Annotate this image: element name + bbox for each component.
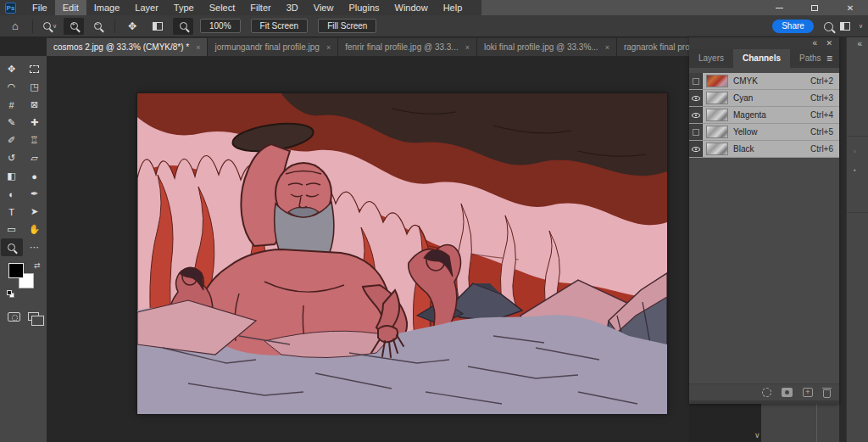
channel-row-cyan[interactable]: Cyan Ctrl+3 [689, 90, 839, 107]
menu-item-window[interactable]: Window [387, 0, 436, 15]
screen-mode-icon[interactable] [28, 312, 39, 321]
tab-close-icon[interactable]: × [196, 43, 200, 52]
menu-item-help[interactable]: Help [436, 0, 470, 15]
visibility-toggle[interactable] [689, 90, 703, 106]
photoshop-app-icon: Ps [5, 3, 16, 14]
chevron-down-icon[interactable]: ∨ [754, 431, 760, 439]
tool-button-blur[interactable]: ● [24, 167, 46, 185]
menu-item-layer[interactable]: Layer [127, 0, 166, 15]
tool-button-hand[interactable]: ✋ [24, 221, 46, 238]
collapse-panel-icon[interactable]: « [812, 38, 817, 48]
fill-screen-button[interactable]: Fill Screen [318, 19, 376, 33]
zoom-all-windows-icon [153, 22, 163, 31]
menu-item-edit[interactable]: Edit [55, 0, 86, 15]
tab-close-icon[interactable]: × [605, 43, 609, 52]
tool-button-dodge[interactable]: ◐ [1, 185, 23, 203]
tool-button-object-selection[interactable]: ◳ [24, 78, 46, 96]
new-channel-icon[interactable]: + [803, 388, 813, 397]
tool-button-edit-toolbar[interactable]: ⋯ [24, 238, 46, 256]
tool-button-frame[interactable]: ⊠ [24, 96, 46, 114]
chevron-down-icon[interactable]: ∨ [859, 23, 863, 30]
close-panel-icon[interactable]: ✕ [826, 38, 832, 48]
load-selection-icon[interactable] [762, 388, 771, 397]
minimize-icon [776, 8, 783, 8]
channel-row-magenta[interactable]: Magenta Ctrl+4 [689, 107, 839, 124]
tool-button-shape[interactable]: ▭ [1, 221, 23, 238]
menu-item-select[interactable]: Select [202, 0, 243, 15]
menu-item-image[interactable]: Image [86, 0, 128, 15]
expand-dock-icon[interactable]: « [857, 39, 862, 48]
zoom-100-button[interactable]: 100% [200, 19, 241, 33]
channel-row-cmyk[interactable]: CMYK Ctrl+2 [689, 73, 839, 90]
zoom-in-button[interactable]: + [64, 18, 84, 35]
menu-item-view[interactable]: View [306, 0, 342, 15]
tool-button-brush[interactable]: ✐ [1, 131, 23, 149]
tool-button-lasso[interactable]: ◠ [1, 78, 23, 96]
document-artwork[interactable] [137, 93, 667, 414]
panel-tab-layers[interactable]: Layers [689, 49, 733, 68]
home-button[interactable]: ⌂ [5, 18, 25, 35]
scrubby-zoom-icon [180, 22, 187, 30]
home-icon: ⌂ [12, 20, 19, 32]
visibility-toggle[interactable] [689, 124, 703, 140]
tool-button-healing-brush[interactable]: ✚ [24, 114, 46, 131]
menu-item-file[interactable]: File [25, 0, 55, 15]
eye-icon [692, 147, 700, 152]
save-selection-as-channel-icon[interactable] [782, 388, 793, 397]
zoom-all-windows-button[interactable] [146, 18, 170, 35]
panel-tab-channels[interactable]: Channels [733, 49, 790, 68]
visibility-toggle[interactable] [689, 141, 703, 157]
dock-panel-icon[interactable]: ▫ [854, 148, 856, 155]
swap-colors-icon[interactable]: ⇄ [34, 261, 41, 270]
tool-button-clone-stamp[interactable]: ♖ [24, 131, 46, 149]
panel-menu-icon[interactable]: ≡ [826, 49, 832, 68]
resize-windows-to-fit-button[interactable]: ✥ [122, 18, 142, 35]
document-tab-title: cosmos 2.jpg @ 33.3% (CMYK/8*) * [53, 42, 189, 52]
quick-mask-icon[interactable] [8, 312, 20, 322]
panel-tab-paths[interactable]: Paths [790, 49, 831, 68]
workspace-switcher-icon[interactable] [840, 22, 850, 31]
minimize-button[interactable] [761, 0, 797, 15]
menu-item-plugins[interactable]: Plugins [341, 0, 387, 15]
visibility-toggle[interactable] [689, 73, 703, 89]
tool-icon [30, 65, 39, 73]
tool-icon: ▭ [7, 224, 15, 235]
channel-shortcut: Ctrl+4 [810, 110, 839, 120]
zoom-out-button[interactable]: − [87, 18, 108, 35]
zoom-tool-preset[interactable]: ∨ [40, 18, 60, 35]
tab-close-icon[interactable]: × [465, 43, 470, 52]
document-tab-loki[interactable]: loki final profile.jpg @ 33.3%... × [477, 38, 617, 56]
restore-button[interactable] [797, 0, 832, 15]
document-tab-title: jormungandr final profile.jpg [214, 42, 319, 52]
dock-panel-icon[interactable]: ▪ [854, 166, 856, 174]
visibility-toggle[interactable] [689, 107, 703, 123]
channel-row-yellow[interactable]: Yellow Ctrl+5 [689, 124, 839, 141]
tool-button-crop[interactable]: # [1, 96, 23, 114]
tool-button-history-brush[interactable]: ↺ [1, 149, 23, 167]
menu-item-type[interactable]: Type [166, 0, 202, 15]
menu-item-3d[interactable]: 3D [279, 0, 306, 15]
channel-row-black[interactable]: Black Ctrl+6 [689, 141, 839, 158]
document-tab-cosmos-2[interactable]: cosmos 2.jpg @ 33.3% (CMYK/8*) * × [47, 38, 208, 56]
menu-item-filter[interactable]: Filter [242, 0, 278, 15]
tool-button-eyedropper[interactable]: ✎ [1, 114, 23, 131]
share-button[interactable]: Share [772, 20, 814, 33]
tool-button-type[interactable]: T [1, 203, 23, 221]
foreground-color-swatch[interactable] [8, 263, 24, 278]
document-tab-fenrir[interactable]: fenrir final profile.jpg @ 33.3... × [338, 38, 477, 56]
default-colors-icon[interactable] [7, 290, 15, 299]
search-icon[interactable] [824, 22, 833, 31]
tool-button-pen[interactable]: ✒ [24, 185, 46, 203]
document-tab-jormungandr[interactable]: jormungandr final profile.jpg × [208, 38, 338, 56]
tool-button-path-selection[interactable]: ➤ [24, 203, 46, 221]
tool-button-gradient[interactable]: ◧ [1, 167, 23, 185]
tool-button-marquee[interactable] [24, 60, 46, 78]
tool-button-eraser[interactable]: ▱ [24, 149, 46, 167]
tab-close-icon[interactable]: × [326, 43, 331, 52]
scrubby-zoom-button[interactable] [173, 18, 193, 35]
tool-button-zoom[interactable] [1, 238, 23, 256]
close-button[interactable]: ✕ [832, 0, 868, 15]
fit-screen-button[interactable]: Fit Screen [251, 19, 309, 33]
tool-button-move[interactable]: ✥ [1, 60, 23, 78]
delete-channel-icon[interactable] [823, 389, 831, 398]
